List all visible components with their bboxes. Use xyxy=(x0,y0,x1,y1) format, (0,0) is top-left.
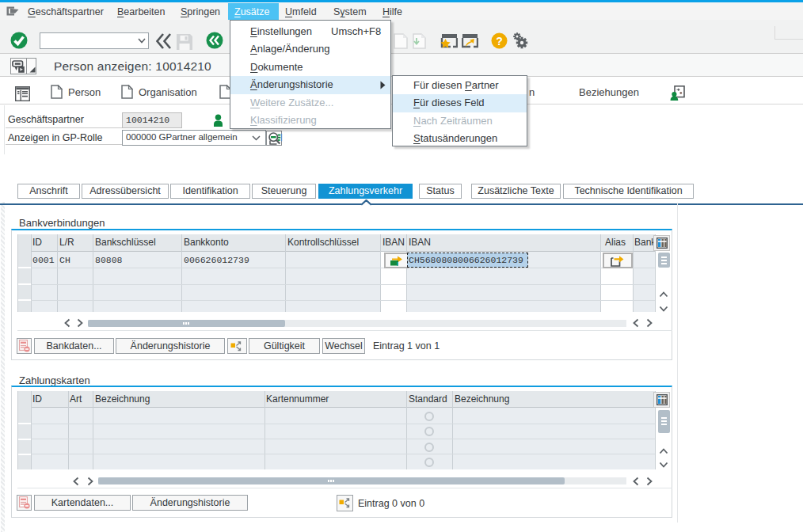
svg-text:?: ? xyxy=(496,35,503,48)
